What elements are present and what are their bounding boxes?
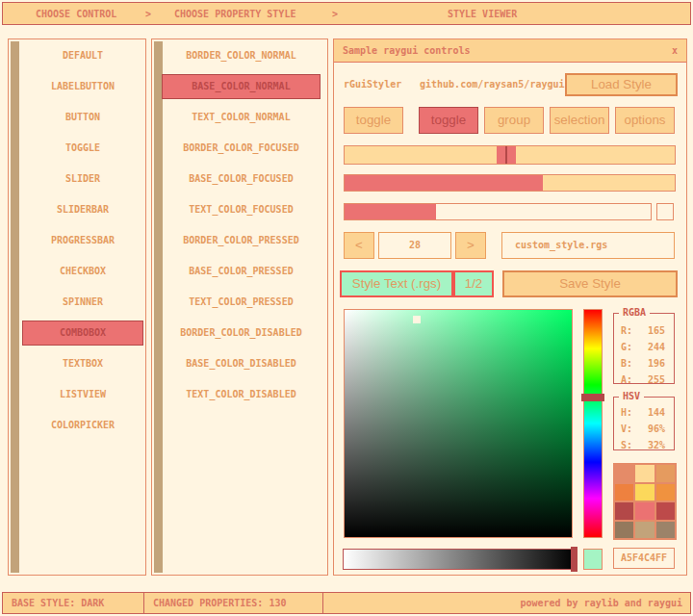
list-item-textbox[interactable]: TEXTBOX (22, 351, 143, 376)
value-label: V: (621, 421, 632, 437)
list-item-toggle[interactable]: TOGGLE (22, 136, 143, 161)
sliderbar-fill (345, 175, 543, 191)
window-title: Sample raygui controls (343, 45, 470, 56)
list-item-base-color-focused[interactable]: BASE_COLOR_FOCUSED (162, 167, 321, 192)
spinner-decrement-icon[interactable]: < (344, 232, 374, 259)
filename-input[interactable]: custom_style.rgs (501, 232, 675, 259)
list-item-border-color-disabled[interactable]: BORDER_COLOR_DISABLED (162, 321, 321, 346)
toggle-options-button[interactable]: options (615, 107, 675, 134)
sample-sliderbar[interactable] (344, 174, 676, 192)
hue-value: 144 (648, 404, 665, 421)
alpha-slider-handle[interactable] (571, 547, 578, 572)
hue-label: H: (621, 404, 632, 421)
style-text-button[interactable]: Style Text (.rgs) (340, 270, 453, 297)
saturation-label: S: (621, 437, 632, 453)
palette-swatch (635, 465, 654, 482)
list-item-base-color-normal[interactable]: BASE_COLOR_NORMAL (162, 74, 321, 99)
color-picker-area[interactable] (344, 309, 573, 538)
toggle-selection-button[interactable]: selection (550, 107, 609, 134)
red-label: R: (621, 322, 632, 339)
alpha-label: A: (621, 372, 632, 388)
list-item-border-color-pressed[interactable]: BORDER_COLOR_PRESSED (162, 228, 321, 253)
red-value: 165 (648, 322, 665, 339)
toggle-button[interactable]: toggle (344, 107, 403, 134)
hsv-groupbox: HSV H:144 V:96% S:32% (613, 397, 675, 450)
list-item-listview[interactable]: LISTVIEW (22, 382, 143, 407)
alpha-value: 255 (648, 372, 665, 388)
palette-swatch (656, 484, 675, 501)
style-palette (613, 463, 677, 540)
list-item-sliderbar[interactable]: SLIDERBAR (22, 197, 143, 222)
list-item-text-color-disabled[interactable]: TEXT_COLOR_DISABLED (162, 382, 321, 407)
blue-label: B: (621, 355, 632, 372)
spinner-value[interactable]: 28 (378, 232, 451, 259)
list-item-default[interactable]: DEFAULT (22, 43, 143, 68)
breadcrumb-separator-icon: > (332, 9, 338, 19)
slider-handle[interactable] (497, 146, 516, 164)
selected-color-swatch (583, 549, 603, 570)
breadcrumb: CHOOSE CONTROL > CHOOSE PROPERTY STYLE >… (2, 2, 691, 25)
hsv-title: HSV (619, 391, 644, 401)
list-item-text-color-pressed[interactable]: TEXT_COLOR_PRESSED (162, 290, 321, 315)
color-picker-cursor[interactable] (413, 316, 421, 323)
load-style-button[interactable]: Load Style (565, 73, 678, 96)
close-icon[interactable]: x (672, 45, 678, 56)
palette-swatch (656, 465, 675, 482)
status-base-style: BASE STYLE: DARK (2, 592, 144, 614)
palette-swatch (635, 502, 654, 520)
list-item-combobox[interactable]: COMBOBOX (22, 321, 143, 346)
breadcrumb-separator-icon: > (145, 9, 151, 19)
list-item-slider[interactable]: SLIDER (22, 167, 143, 192)
palette-swatch (615, 465, 633, 482)
style-viewer-window: Sample raygui controls x rGuiStyler gith… (333, 38, 687, 576)
list-item-colorpicker[interactable]: COLORPICKER (22, 413, 143, 438)
repo-link[interactable]: github.com/raysan5/raygui (420, 73, 565, 96)
list-item-progressbar[interactable]: PROGRESSBAR (22, 228, 143, 253)
status-powered-by: powered by raylib and raygui (322, 592, 691, 614)
green-label: G: (621, 339, 632, 355)
list-item-base-color-pressed[interactable]: BASE_COLOR_PRESSED (162, 259, 321, 284)
app-name-label: rGuiStyler (344, 73, 401, 96)
hue-slider-handle[interactable] (581, 394, 604, 401)
hex-color-input[interactable]: A5F4C4FF (613, 548, 675, 569)
progressbar-fill (345, 204, 436, 219)
green-value: 244 (648, 339, 665, 355)
toggle-group-button[interactable]: group (484, 107, 544, 134)
palette-swatch (656, 522, 675, 539)
value-value: 96% (648, 421, 665, 437)
hue-slider[interactable] (583, 309, 603, 538)
list-item-text-color-normal[interactable]: TEXT_COLOR_NORMAL (162, 105, 321, 130)
rgba-title: RGBA (619, 307, 650, 318)
palette-swatch (635, 484, 654, 501)
list-item-checkbox[interactable]: CHECKBOX (22, 259, 143, 284)
list-item-border-color-focused[interactable]: BORDER_COLOR_FOCUSED (162, 136, 321, 161)
list-item-button[interactable]: BUTTON (22, 105, 143, 130)
page-toggle-button[interactable]: 1/2 (453, 270, 494, 297)
blue-value: 196 (648, 355, 665, 372)
breadcrumb-choose-control: CHOOSE CONTROL (36, 9, 116, 19)
checkbox[interactable] (656, 203, 674, 220)
breadcrumb-style-viewer: STYLE VIEWER (448, 9, 517, 19)
palette-swatch (635, 522, 654, 539)
list-item-spinner[interactable]: SPINNER (22, 290, 143, 315)
window-titlebar[interactable]: Sample raygui controls x (334, 39, 686, 63)
saturation-value: 32% (648, 437, 665, 453)
list-item-border-color-normal[interactable]: BORDER_COLOR_NORMAL (162, 43, 321, 68)
status-changed-properties: CHANGED PROPERTIES: 130 (143, 592, 323, 614)
palette-swatch (656, 502, 675, 520)
controls-list: DEFAULT LABELBUTTON BUTTON TOGGLE SLIDER… (8, 38, 146, 576)
controls-list-scrollbar[interactable] (11, 41, 19, 573)
toggle-button-pressed[interactable]: toggle (419, 107, 478, 134)
alpha-slider[interactable] (343, 549, 577, 570)
palette-swatch (615, 522, 633, 539)
rgba-groupbox: RGBA R:165 G:244 B:196 A:255 (613, 313, 675, 384)
list-item-base-color-disabled[interactable]: BASE_COLOR_DISABLED (162, 351, 321, 376)
list-item-text-color-focused[interactable]: TEXT_COLOR_FOCUSED (162, 197, 321, 222)
sample-slider[interactable] (344, 145, 676, 165)
properties-list: BORDER_COLOR_NORMAL BASE_COLOR_NORMAL TE… (151, 38, 328, 576)
palette-swatch (615, 484, 633, 501)
save-style-button[interactable]: Save Style (502, 270, 678, 297)
list-item-labelbutton[interactable]: LABELBUTTON (22, 74, 143, 99)
palette-swatch (615, 502, 633, 520)
spinner-increment-icon[interactable]: > (455, 232, 486, 259)
